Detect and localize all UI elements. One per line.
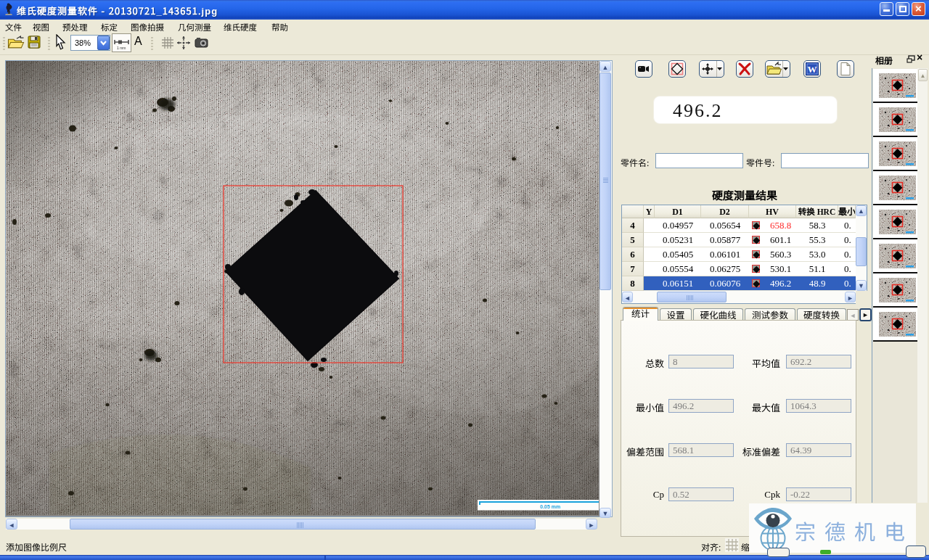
svg-text:W: W bbox=[808, 64, 817, 75]
svg-text:0.05 mm: 0.05 mm bbox=[540, 504, 560, 509]
svg-text:1 mm: 1 mm bbox=[117, 46, 126, 50]
